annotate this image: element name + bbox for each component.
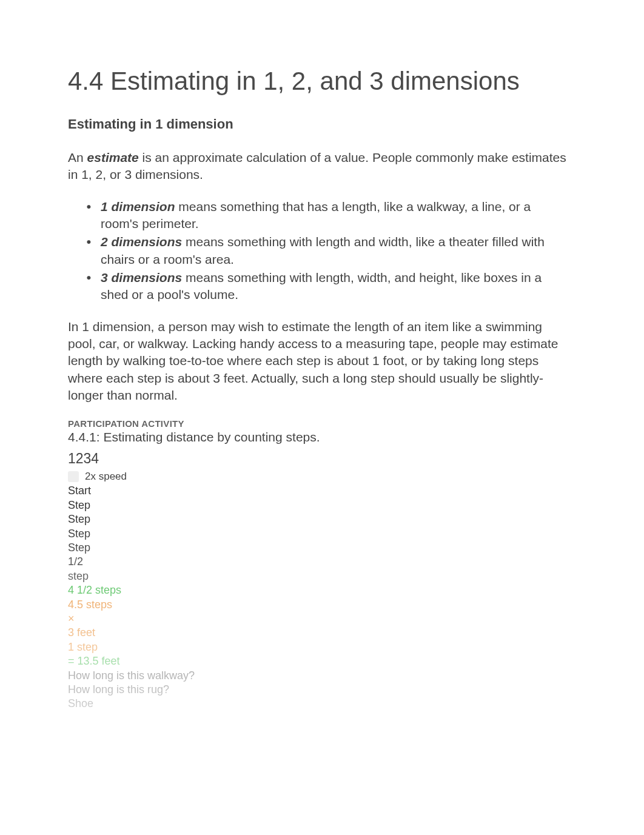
- anim-question-walkway: How long is this walkway?: [68, 669, 571, 683]
- intro-after: is an approximate calculation of a value…: [68, 150, 566, 181]
- anim-question-rug: How long is this rug?: [68, 683, 571, 697]
- anim-calc-per: 1 step: [68, 640, 571, 654]
- anim-step: Step: [68, 512, 571, 526]
- anim-step: Step: [68, 498, 571, 512]
- step-numbers: 1234: [68, 451, 571, 467]
- page-title: 4.4 Estimating in 1, 2, and 3 dimensions: [68, 67, 571, 96]
- anim-start: Start: [68, 484, 571, 498]
- intro-paragraph: An estimate is an approximate calculatio…: [68, 149, 571, 184]
- anim-step: Step: [68, 541, 571, 555]
- intro-before: An: [68, 150, 87, 164]
- activity-title: 4.4.1: Estimating distance by counting s…: [68, 430, 571, 444]
- section-heading-1d: Estimating in 1 dimension: [68, 116, 571, 132]
- term-estimate: estimate: [87, 150, 139, 164]
- speed-label: 2x speed: [85, 471, 127, 483]
- anim-half-label: step: [68, 569, 571, 583]
- list-item: 2 dimensions means something with length…: [95, 233, 571, 268]
- list-item: 3 dimensions means something with length…: [95, 269, 571, 304]
- anim-calc-feet: 3 feet: [68, 626, 571, 640]
- term-1d: 1 dimension: [101, 200, 175, 213]
- anim-calc-steps: 4.5 steps: [68, 598, 571, 612]
- list-item: 1 dimension means something that has a l…: [95, 198, 571, 233]
- term-2d: 2 dimensions: [101, 235, 182, 249]
- term-3d: 3 dimensions: [101, 270, 182, 284]
- anim-step: Step: [68, 527, 571, 541]
- activity-label: PARTICIPATION ACTIVITY: [68, 418, 571, 429]
- speed-checkbox[interactable]: [68, 471, 79, 482]
- anim-half-num: 1/2: [68, 555, 571, 569]
- anim-calc-times: ×: [68, 612, 571, 626]
- explain-paragraph: In 1 dimension, a person may wish to est…: [68, 318, 571, 404]
- anim-total-steps: 4 1/2 steps: [68, 583, 571, 597]
- anim-shoe: Shoe: [68, 697, 571, 711]
- anim-result: = 13.5 feet: [68, 654, 571, 668]
- dimensions-list: 1 dimension means something that has a l…: [68, 198, 571, 304]
